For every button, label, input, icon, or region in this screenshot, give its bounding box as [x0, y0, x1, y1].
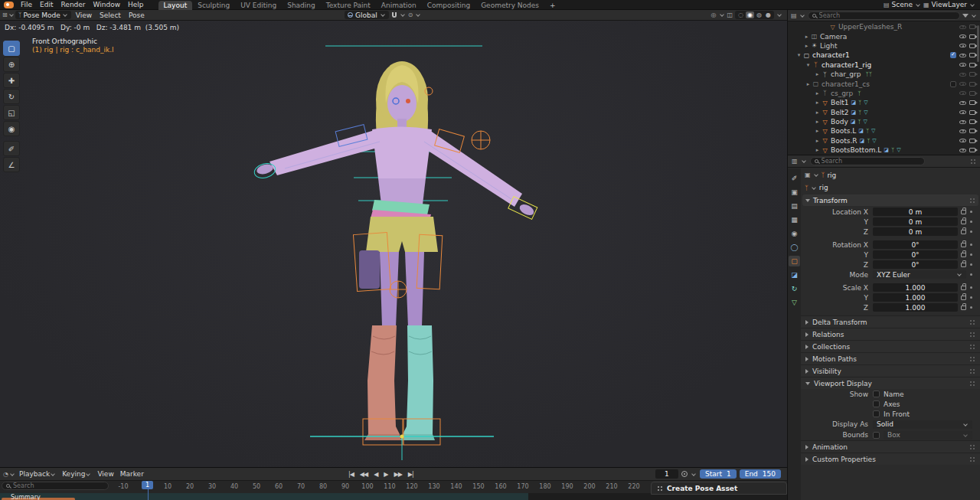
disable-in-render-camera-icon[interactable] [969, 44, 975, 48]
summary-channel-row[interactable]: Summary [0, 493, 528, 500]
number-field[interactable]: 0° [873, 250, 958, 259]
drag-dots-icon[interactable] [969, 344, 975, 350]
disclosure-triangle-icon[interactable]: ▸ [805, 81, 812, 87]
animate-dot[interactable] [970, 230, 972, 233]
outliner-row[interactable]: ▸ ᛉ char_grp ᛉᛉ [788, 70, 980, 79]
animate-dot[interactable] [970, 263, 972, 266]
panel-section-header[interactable]: Custom Properties [801, 453, 980, 465]
chevron-down-icon[interactable] [812, 185, 816, 190]
animate-dot[interactable] [970, 296, 972, 299]
outliner-row[interactable]: ▸ ᛉ cs_grp ᛉ [788, 89, 980, 98]
toggle-xray-icon[interactable]: ◫ [727, 11, 733, 18]
scene-tab[interactable]: ◉ [789, 228, 800, 239]
animate-dot[interactable] [970, 273, 972, 276]
drag-dots-icon[interactable] [969, 356, 975, 362]
jump-to-end-button[interactable]: ▶| [406, 471, 416, 478]
disable-in-render-camera-icon[interactable] [969, 53, 975, 57]
chevron-down-icon[interactable] [814, 172, 818, 177]
shading-material-button[interactable]: ◍ [755, 11, 763, 18]
animate-dot[interactable] [970, 306, 972, 309]
outliner-row[interactable]: ▽ UpperEyelashes_R [788, 22, 980, 31]
outliner-row[interactable]: ▸ ◫ Camera [788, 31, 980, 41]
move-tool[interactable]: ✚ [3, 73, 20, 88]
object-name-field[interactable]: rig [819, 184, 828, 191]
play-button[interactable]: ▶ [381, 471, 390, 478]
number-field[interactable]: 1.000 [873, 283, 958, 292]
checkbox[interactable] [873, 400, 880, 407]
panel-section-header[interactable]: Visibility [801, 364, 980, 377]
hide-in-viewport-eye-icon[interactable] [959, 34, 966, 38]
panel-section-header[interactable]: Animation [801, 440, 980, 453]
next-keyframe-button[interactable]: ▶▶ [391, 471, 403, 478]
object-data-tab[interactable]: ▽ [789, 297, 800, 308]
disable-in-render-camera-icon[interactable] [969, 110, 975, 115]
lock-icon[interactable] [961, 243, 966, 247]
view-layer-tab[interactable]: ▦ [789, 214, 800, 225]
checkbox[interactable] [873, 410, 880, 417]
outliner-row[interactable]: ▸ ▢ character1_cs [788, 79, 980, 88]
hide-in-viewport-eye-icon[interactable] [959, 44, 966, 47]
drag-dots-icon[interactable] [969, 319, 975, 325]
hide-in-viewport-eye-icon[interactable] [959, 73, 966, 77]
disable-in-render-camera-icon[interactable] [969, 72, 975, 77]
hide-in-viewport-eye-icon[interactable] [959, 129, 966, 133]
workspace-tab[interactable]: Compositing [422, 1, 475, 10]
scrollbar[interactable] [977, 25, 979, 62]
menu-item[interactable]: Edit [36, 1, 57, 8]
workspace-tab[interactable]: Shading [282, 1, 321, 10]
auto-keying-icon[interactable] [681, 471, 688, 477]
number-field[interactable]: 0° [873, 260, 958, 269]
drag-dots-icon[interactable] [969, 444, 975, 450]
disclosure-triangle-icon[interactable]: ▸ [814, 90, 821, 96]
outliner-row[interactable]: ▾ ᛉ character1_rig [788, 60, 980, 70]
lock-icon[interactable] [961, 286, 966, 290]
chevron-down-icon[interactable] [970, 2, 975, 7]
hide-in-viewport-eye-icon[interactable] [959, 54, 966, 57]
breadcrumb-object-name[interactable]: rig [827, 172, 836, 179]
drag-dots-icon[interactable] [969, 381, 975, 387]
workspace-tab[interactable]: + [544, 1, 561, 10]
disclosure-triangle-icon[interactable]: ▸ [803, 34, 810, 40]
render-tab[interactable]: ▣ [789, 187, 800, 198]
create-pose-asset-button[interactable]: Create Pose Asset [667, 485, 737, 492]
menu-item[interactable]: Pose [125, 11, 149, 19]
editor-type-icon[interactable]: ▥ [792, 158, 798, 165]
channel-search[interactable] [2, 482, 109, 490]
chevron-down-icon[interactable] [972, 13, 976, 18]
chevron-down-icon[interactable] [416, 12, 421, 17]
disclosure-triangle-icon[interactable]: ▸ [814, 109, 821, 116]
rotation-mode-select[interactable]: XYZ Euler [873, 270, 966, 279]
play-reverse-button[interactable]: ◀ [371, 471, 380, 478]
number-field[interactable]: 0 m [873, 227, 958, 236]
lock-icon[interactable] [961, 220, 966, 224]
cursor-tool[interactable]: ⊕ [3, 57, 20, 72]
outliner-search[interactable] [808, 11, 960, 20]
lock-icon[interactable] [961, 210, 966, 214]
animate-dot[interactable] [970, 253, 972, 256]
hide-in-viewport-eye-icon[interactable] [959, 25, 966, 29]
workspace-tab[interactable]: Texture Paint [321, 1, 376, 10]
animate-dot[interactable] [970, 286, 972, 289]
outliner-row[interactable]: ▸ ▽ Belt1 ◪ ᛉ ▽ [788, 98, 980, 107]
search-input[interactable] [13, 482, 104, 489]
menu-item[interactable]: Marker [117, 470, 147, 478]
workspace-tab[interactable]: Layout [158, 1, 193, 10]
chevron-down-icon[interactable] [800, 13, 805, 18]
shading-solid-button[interactable]: ◉ [746, 11, 754, 18]
viewport-canvas[interactable]: Dx: -0.4095 m Dy: -0 m Dz: -3.481 m (3.5… [0, 21, 787, 467]
transform-panel-header[interactable]: Transform [802, 194, 978, 206]
disclosure-triangle-icon[interactable]: ▾ [795, 52, 802, 58]
pin-icon[interactable] [970, 158, 976, 165]
scale-tool[interactable]: ◱ [3, 105, 20, 120]
select-box-tool[interactable]: ▢ [3, 41, 20, 56]
disable-in-render-camera-icon[interactable] [969, 25, 975, 29]
chevron-down-icon[interactable] [691, 472, 696, 476]
number-field[interactable]: 0° [873, 240, 958, 249]
display-as-select[interactable]: Solid [873, 420, 972, 429]
disable-in-render-camera-icon[interactable] [969, 34, 975, 39]
chevron-down-icon[interactable] [777, 12, 782, 17]
disable-in-render-camera-icon[interactable] [969, 148, 975, 152]
outliner-row[interactable]: ▸ ▽ Boots.R ◪ ᛉ ▽ [788, 136, 980, 145]
lock-icon[interactable] [961, 263, 966, 267]
disable-in-render-camera-icon[interactable] [969, 129, 975, 133]
